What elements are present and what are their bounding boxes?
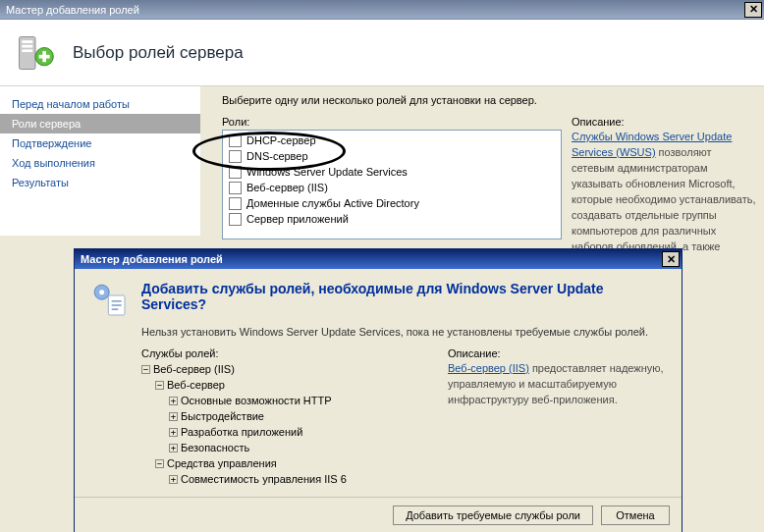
role-row[interactable]: Доменные службы Active Directory [223, 195, 561, 211]
add-services-dialog: Мастер добавления ролей ✕ Добавить служб… [74, 248, 682, 532]
role-row[interactable]: Сервер приложений [223, 211, 561, 227]
close-icon[interactable]: ✕ [662, 251, 680, 267]
dialog-footer: Добавить требуемые службы роли Отмена [75, 497, 682, 532]
collapse-icon[interactable]: − [155, 459, 164, 468]
expand-icon[interactable]: + [169, 444, 178, 452]
svg-rect-10 [112, 300, 122, 302]
tree-label: Веб-сервер [167, 379, 225, 391]
description-label: Описание: [572, 116, 756, 128]
checkbox-icon[interactable] [229, 166, 242, 179]
role-label: DNS-сервер [246, 150, 308, 162]
description-body: позволяют сетевым администраторам указыв… [572, 146, 756, 252]
dialog-desc-text: Веб-сервер (IIS) предоставляет надежную,… [448, 361, 666, 408]
server-wizard-icon [14, 31, 57, 75]
svg-point-8 [99, 290, 104, 294]
collapse-icon[interactable]: − [155, 381, 164, 390]
expand-icon[interactable]: + [169, 397, 178, 405]
tree-node[interactable]: −Средства управления [155, 455, 432, 471]
checkbox-icon[interactable] [229, 134, 242, 147]
services-tree: Службы ролей: −Веб-сервер (IIS) −Веб-сер… [141, 347, 432, 487]
tree-node[interactable]: +Основные возможности HTTP [169, 393, 432, 408]
nav-server-roles[interactable]: Роли сервера [0, 114, 200, 133]
tree-node[interactable]: −Веб-сервер [155, 377, 432, 393]
role-label: Windows Server Update Services [246, 166, 408, 178]
window-title: Мастер добавления ролей [6, 4, 744, 16]
roles-listbox[interactable]: DHCP-сервер DNS-сервер Windows Server Up… [222, 130, 562, 239]
role-row[interactable]: DHCP-сервер [223, 133, 561, 148]
nav-before-begin[interactable]: Перед началом работы [0, 94, 200, 114]
expand-icon[interactable]: + [169, 428, 178, 437]
checkbox-icon[interactable] [229, 197, 242, 210]
tree-node[interactable]: +Разработка приложений [169, 424, 432, 440]
svg-rect-11 [112, 304, 122, 306]
services-label: Службы ролей: [141, 347, 432, 359]
role-label: Веб-сервер (IIS) [246, 182, 328, 193]
role-row[interactable]: Веб-сервер (IIS) [223, 180, 561, 195]
tree-node[interactable]: +Быстродействие [169, 408, 432, 424]
nav-progress[interactable]: Ход выполнения [0, 153, 200, 173]
expand-icon[interactable]: + [169, 412, 178, 421]
tree-label: Средства управления [167, 457, 277, 469]
add-required-button[interactable]: Добавить требуемые службы роли [393, 505, 593, 525]
role-label: DHCP-сервер [246, 134, 316, 146]
dialog-heading: Добавить службы ролей, необходимые для W… [141, 281, 666, 312]
description-text: Службы Windows Server Update Services (W… [572, 130, 756, 255]
instruction-text: Выберите одну или несколько ролей для ус… [222, 94, 756, 106]
header-band: Выбор ролей сервера [0, 20, 764, 86]
checkbox-icon[interactable] [229, 213, 242, 226]
collapse-icon[interactable]: − [141, 365, 150, 374]
tree-label: Разработка приложений [181, 426, 302, 438]
svg-rect-12 [112, 308, 119, 310]
dialog-desc-label: Описание: [448, 347, 666, 359]
role-label: Доменные службы Active Directory [246, 197, 419, 209]
tree-node[interactable]: +Безопасность [169, 440, 432, 455]
main-titlebar: Мастер добавления ролей ✕ [0, 0, 764, 20]
checkbox-icon[interactable] [229, 182, 242, 194]
dialog-titlebar: Мастер добавления ролей ✕ [75, 249, 682, 269]
tree-label: Веб-сервер (IIS) [153, 363, 235, 375]
svg-rect-1 [22, 40, 32, 43]
svg-rect-3 [22, 49, 32, 52]
roles-label: Роли: [222, 116, 562, 128]
tree-node[interactable]: +Совместимость управления IIS 6 [169, 471, 432, 487]
role-row[interactable]: Windows Server Update Services [223, 164, 561, 180]
tree-label: Совместимость управления IIS 6 [181, 473, 347, 485]
page-title: Выбор ролей сервера [73, 43, 244, 63]
nav-confirmation[interactable]: Подтверждение [0, 133, 200, 153]
tree-label: Основные возможности HTTP [181, 395, 332, 406]
svg-rect-6 [39, 54, 50, 58]
close-icon[interactable]: ✕ [744, 2, 762, 18]
tree-label: Быстродействие [181, 410, 264, 422]
svg-rect-2 [22, 44, 32, 47]
wizard-nav: Перед началом работы Роли сервера Подтве… [0, 86, 200, 236]
dialog-desc-link[interactable]: Веб-сервер (IIS) [448, 362, 529, 374]
dialog-title: Мастер добавления ролей [81, 253, 662, 265]
tree-node[interactable]: −Веб-сервер (IIS) [141, 361, 432, 377]
role-label: Сервер приложений [246, 213, 349, 225]
nav-results[interactable]: Результаты [0, 173, 200, 192]
dialog-subtext: Нельзя установить Windows Server Update … [141, 326, 666, 338]
main-panel: Выберите одну или несколько ролей для ус… [200, 86, 764, 236]
gear-document-icon [90, 281, 130, 320]
role-row[interactable]: DNS-сервер [223, 148, 561, 164]
checkbox-icon[interactable] [229, 150, 242, 163]
expand-icon[interactable]: + [169, 475, 178, 484]
tree-label: Безопасность [181, 442, 249, 453]
cancel-button[interactable]: Отмена [601, 505, 670, 525]
